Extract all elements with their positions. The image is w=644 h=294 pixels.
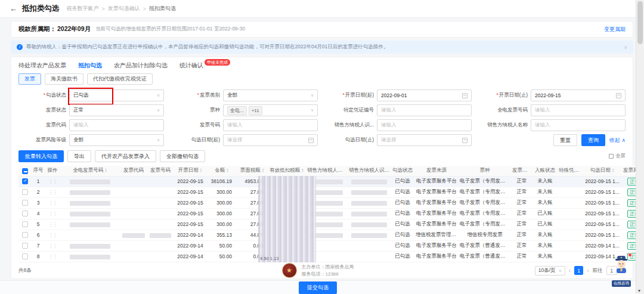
invoice-no-cell [147, 219, 174, 230]
scrollbar-thumb[interactable] [637, 1, 643, 44]
table-row: 6⋮⋮2022-09-14355.1344.87已勾选增值税发票管理系统增值税专… [18, 230, 644, 240]
row-drag-icon[interactable]: ⋮⋮ [48, 254, 57, 259]
ticket-type-cell: 电子发票（普通发票） [459, 251, 511, 262]
fullscreen-icon [609, 154, 614, 159]
filter-select[interactable]: 已勾选∨ [69, 89, 164, 101]
invoice-code-cell [120, 251, 147, 262]
assistant-label[interactable]: 在线咨询 [612, 280, 631, 287]
row-drag-icon[interactable]: ⋮⋮ [48, 233, 57, 238]
row-actions[interactable]: ⋮⋮ [45, 219, 60, 230]
entry-status-cell: 未入账 [532, 230, 558, 240]
filter-text-input[interactable]: 请输入 [377, 104, 472, 116]
invoice-code-cell [120, 219, 147, 230]
selected-tag[interactable]: +11 [249, 106, 262, 115]
row-actions[interactable]: ⋮⋮ [45, 240, 60, 251]
batch-transfer-check-button[interactable]: 批量转入勾选 [18, 150, 64, 162]
back-arrow-icon[interactable]: ← [10, 4, 17, 13]
row-checkbox[interactable] [22, 178, 28, 184]
filter-text-input[interactable]: 全电...+11∨ [223, 104, 318, 116]
row-drag-icon[interactable]: ⋮⋮ [48, 200, 57, 206]
row-checkbox-cell[interactable] [18, 240, 32, 251]
row-checkbox-cell[interactable] [18, 251, 32, 262]
voucher-type-tab[interactable]: 代扣代缴税收完税凭证 [87, 73, 153, 85]
breadcrumb-item[interactable]: 税务数字账户 [67, 5, 99, 13]
row-drag-icon[interactable]: ⋮⋮ [48, 222, 57, 227]
main-tab[interactable]: 统计确认申报未完成 [179, 61, 230, 70]
row-checkbox[interactable] [22, 253, 28, 259]
main-tab[interactable]: 抵扣勾选 [78, 61, 102, 70]
row-checkbox[interactable] [22, 221, 28, 227]
notice-collapse-icon[interactable]: ∨ [624, 45, 627, 50]
invoice-number-cell [60, 187, 120, 197]
row-actions[interactable]: ⋮⋮ [45, 176, 60, 187]
selected-tag[interactable]: 全电... [227, 106, 247, 115]
row-actions[interactable]: ⋮⋮ [45, 187, 60, 197]
change-period-link[interactable]: 变更属期 [604, 26, 626, 33]
select-all-header[interactable] [18, 166, 32, 176]
filter-text-input[interactable]: 请输入 [69, 119, 164, 131]
page-scrollbar[interactable]: ▾ [636, 0, 644, 294]
row-checkbox[interactable] [22, 211, 28, 216]
row-drag-icon[interactable]: ⋮⋮ [48, 190, 57, 195]
main-tab[interactable]: 农产品加计扣除勾选 [114, 61, 168, 70]
row-checkbox[interactable] [22, 200, 28, 206]
masked-value [351, 233, 387, 238]
filter-text-input[interactable]: 请输入 [223, 119, 318, 131]
sort-icon[interactable]: ▲▼ [262, 168, 264, 173]
reset-button[interactable]: 重置 [553, 134, 577, 146]
ticket-type-cell: 电子发票（专用发票） [459, 187, 511, 197]
toolbar-button[interactable]: 导出 [67, 150, 91, 162]
filter-select[interactable]: 正常∨ [69, 104, 164, 116]
voucher-type-tab[interactable]: 发票 [18, 73, 41, 85]
filter-select[interactable]: 全部∨ [69, 134, 164, 146]
main-tab[interactable]: 待处理农产品发票 [18, 61, 66, 70]
assistant-widget[interactable]: 在线咨询 [609, 255, 633, 287]
collapse-filters-link[interactable]: 收起 ∧ [609, 137, 626, 144]
filter-text-input[interactable]: 请输入 [377, 119, 472, 131]
sort-icon[interactable]: ▲▼ [104, 168, 107, 173]
breadcrumb-item[interactable]: 发票勾选确认 [108, 5, 140, 13]
sort-icon[interactable]: ▲▼ [301, 168, 304, 173]
filter-label: 全电发票号码 [480, 107, 528, 114]
row-checkbox-cell[interactable] [18, 197, 32, 208]
row-actions[interactable]: ⋮⋮ [45, 230, 60, 240]
voucher-type-tab[interactable]: 海关缴款书 [45, 73, 83, 85]
filter-select[interactable]: 全部∨ [223, 89, 318, 101]
row-checkbox-cell[interactable] [18, 230, 32, 240]
sort-icon[interactable]: ▲▼ [200, 168, 202, 173]
breadcrumb-item: 抵扣类勾选 [149, 5, 176, 13]
scrollbar-down-icon[interactable]: ▾ [638, 288, 640, 293]
search-button[interactable]: 查询 [581, 134, 605, 146]
row-drag-icon[interactable]: ⋮⋮ [48, 243, 57, 249]
submit-check-button[interactable]: 提交勾选 [299, 281, 337, 294]
row-drag-icon[interactable]: ⋮⋮ [48, 211, 57, 216]
filter-date-input[interactable]: 2022-09-01 [377, 89, 472, 101]
row-checkbox[interactable] [22, 243, 28, 249]
filter-text-input[interactable]: 请输入 [531, 104, 626, 116]
toolbar-button[interactable]: 代开农产品发票录入 [95, 150, 156, 162]
fullscreen-toggle[interactable]: 全屏 [609, 153, 626, 160]
toolbar-button[interactable]: 全部撤销勾选 [160, 150, 205, 162]
filter-date-input[interactable]: 2022-09-15 [531, 89, 626, 101]
filter-text-input[interactable]: 请输入 [531, 119, 626, 131]
row-drag-icon[interactable]: ⋮⋮ [48, 179, 57, 184]
sort-icon[interactable]: ▲▼ [226, 168, 228, 173]
calendar-icon [462, 138, 467, 143]
row-checkbox[interactable] [22, 189, 28, 195]
sort-icon[interactable]: ▲▼ [612, 168, 614, 173]
row-actions[interactable]: ⋮⋮ [45, 197, 60, 208]
column-header: 发票状态 [511, 166, 532, 176]
row-actions[interactable]: ⋮⋮ [45, 208, 60, 219]
row-checkbox[interactable] [22, 232, 28, 238]
special-voucher-cell [558, 251, 583, 262]
row-actions[interactable]: ⋮⋮ [45, 251, 60, 262]
row-checkbox-cell[interactable] [18, 208, 32, 219]
filter-date-input[interactable]: 请选择 [223, 134, 318, 146]
amount-cell: 50.00 [207, 251, 237, 262]
select-all-checkbox[interactable] [22, 168, 28, 174]
row-checkbox-cell[interactable] [18, 176, 32, 187]
invoice-no-cell [147, 240, 174, 251]
row-checkbox-cell[interactable] [18, 187, 32, 197]
row-checkbox-cell[interactable] [18, 219, 32, 230]
filter-date-input[interactable]: 请选择 [377, 134, 472, 146]
